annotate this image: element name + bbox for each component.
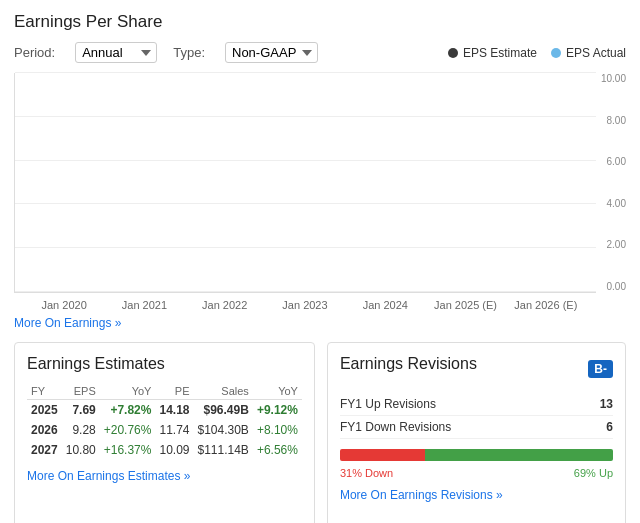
sales-cell: $96.49B	[193, 400, 252, 421]
fy-cell: 2026	[27, 420, 62, 440]
x-label: Jan 2025 (E)	[425, 299, 505, 311]
more-estimates-link[interactable]: More On Earnings Estimates »	[27, 469, 190, 483]
sales-cell: $104.30B	[193, 420, 252, 440]
page-title: Earnings Per Share	[14, 12, 626, 32]
actual-dot	[551, 48, 561, 58]
x-axis: Jan 2020Jan 2021Jan 2022Jan 2023Jan 2024…	[14, 299, 596, 311]
estimate-dot	[448, 48, 458, 58]
legend-estimate: EPS Estimate	[448, 46, 537, 60]
fy1-down-value: 6	[606, 420, 613, 434]
progress-labels: 31% Down 69% Up	[340, 467, 613, 479]
fy1-down-label: FY1 Down Revisions	[340, 420, 451, 434]
progress-up	[425, 449, 613, 461]
pe-cell: 14.18	[155, 400, 193, 421]
sales-cell: $111.14B	[193, 440, 252, 460]
more-revisions-link[interactable]: More On Earnings Revisions »	[340, 488, 503, 502]
fy1-up-label: FY1 Up Revisions	[340, 397, 436, 411]
x-label: Jan 2021	[104, 299, 184, 311]
col-yoy2: YoY	[253, 383, 302, 400]
col-fy: FY	[27, 383, 62, 400]
col-eps: EPS	[62, 383, 100, 400]
fy1-up-value: 13	[600, 397, 613, 411]
revisions-progress-bar	[340, 449, 613, 461]
eps-cell: 9.28	[62, 420, 100, 440]
period-label: Period:	[14, 45, 55, 60]
table-row: 2027 10.80 +16.37% 10.09 $111.14B +6.56%	[27, 440, 302, 460]
x-label: Jan 2024	[345, 299, 425, 311]
legend-actual: EPS Actual	[551, 46, 626, 60]
bars-container	[15, 73, 596, 292]
yoy2-cell: +6.56%	[253, 440, 302, 460]
estimates-title: Earnings Estimates	[27, 355, 302, 373]
period-select[interactable]: Annual Quarterly	[75, 42, 157, 63]
actual-label: EPS Actual	[566, 46, 626, 60]
fy-cell: 2027	[27, 440, 62, 460]
yoy2-cell: +9.12%	[253, 400, 302, 421]
col-sales: Sales	[193, 383, 252, 400]
col-pe: PE	[155, 383, 193, 400]
down-label: 31% Down	[340, 467, 393, 479]
x-label: Jan 2022	[185, 299, 265, 311]
estimate-label: EPS Estimate	[463, 46, 537, 60]
col-yoy: YoY	[100, 383, 156, 400]
grade-badge: B-	[588, 360, 613, 378]
eps-cell: 10.80	[62, 440, 100, 460]
up-label: 69% Up	[574, 467, 613, 479]
pe-cell: 11.74	[155, 420, 193, 440]
type-select[interactable]: Non-GAAP GAAP	[225, 42, 318, 63]
yoy2-cell: +8.10%	[253, 420, 302, 440]
x-label: Jan 2023	[265, 299, 345, 311]
table-row: 2025 7.69 +7.82% 14.18 $96.49B +9.12%	[27, 400, 302, 421]
x-label: Jan 2026 (E)	[506, 299, 586, 311]
pe-cell: 10.09	[155, 440, 193, 460]
controls-row: Period: Annual Quarterly Type: Non-GAAP …	[14, 42, 626, 63]
revisions-header: Earnings Revisions B-	[340, 355, 613, 383]
more-earnings-link[interactable]: More On Earnings »	[14, 316, 121, 330]
type-label: Type:	[173, 45, 205, 60]
earnings-estimates-panel: Earnings Estimates FY EPS YoY PE Sales Y…	[14, 342, 315, 523]
fy1-up-row: FY1 Up Revisions 13	[340, 393, 613, 416]
yoy-cell: +20.76%	[100, 420, 156, 440]
yoy-cell: +16.37%	[100, 440, 156, 460]
progress-down	[340, 449, 425, 461]
revisions-title: Earnings Revisions	[340, 355, 477, 373]
x-label: Jan 2020	[24, 299, 104, 311]
eps-chart: 10.00 8.00 6.00 4.00 2.00 0.00	[14, 73, 596, 293]
fy1-down-row: FY1 Down Revisions 6	[340, 416, 613, 439]
fy-cell: 2025	[27, 400, 62, 421]
table-row: 2026 9.28 +20.76% 11.74 $104.30B +8.10%	[27, 420, 302, 440]
estimates-table: FY EPS YoY PE Sales YoY 2025 7.69 +7.82%…	[27, 383, 302, 460]
eps-cell: 7.69	[62, 400, 100, 421]
bottom-panels: Earnings Estimates FY EPS YoY PE Sales Y…	[14, 342, 626, 523]
y-axis: 10.00 8.00 6.00 4.00 2.00 0.00	[598, 73, 626, 292]
earnings-revisions-panel: Earnings Revisions B- FY1 Up Revisions 1…	[327, 342, 626, 523]
chart-legend: EPS Estimate EPS Actual	[448, 46, 626, 60]
yoy-cell: +7.82%	[100, 400, 156, 421]
